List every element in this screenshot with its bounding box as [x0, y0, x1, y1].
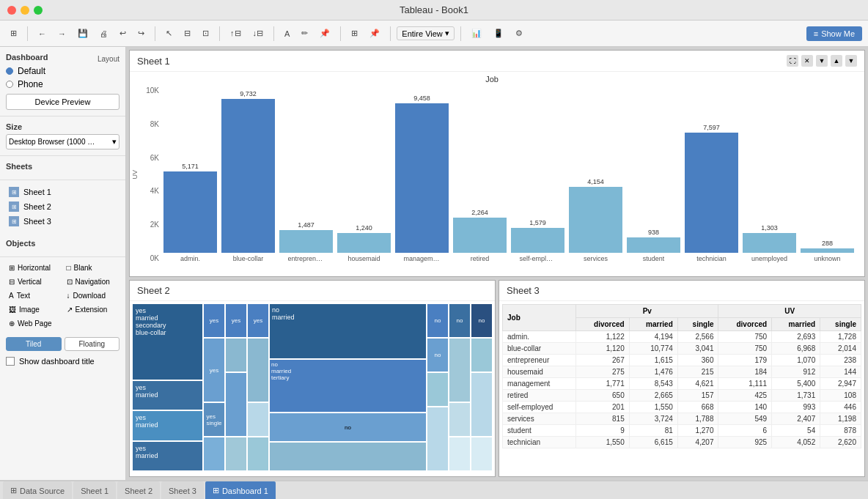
tm-cell-23[interactable] [449, 403, 470, 436]
tm-cell-16[interactable] [248, 437, 268, 470]
save-button[interactable]: 💾 [73, 26, 92, 40]
tm-cell-7[interactable]: yessingle [204, 403, 224, 436]
undo-button[interactable]: ↩ [115, 26, 130, 40]
view-button[interactable]: ⊟ [180, 26, 195, 40]
tm-cell-19[interactable] [427, 373, 448, 406]
tm-cell-8[interactable] [204, 437, 224, 470]
tm-cell-no5[interactable]: no [471, 304, 492, 337]
download-object[interactable]: ↓ Download [64, 289, 120, 302]
webpage-object[interactable]: ⊕ Web Page [6, 317, 62, 330]
bar-rect[interactable] [395, 103, 449, 253]
tab-item-sheet-2[interactable]: Sheet 2 [117, 481, 160, 499]
tm-cell-3[interactable]: yesmarried [133, 411, 202, 440]
tm-cell-15[interactable] [248, 403, 268, 436]
annotate-button[interactable]: 📌 [315, 26, 334, 40]
bar-rect[interactable] [685, 133, 738, 253]
size-dropdown[interactable]: Desktop Browser (1000 x 8... ▾ [6, 134, 119, 149]
device-button[interactable]: 📱 [489, 26, 508, 40]
vertical-object[interactable]: ⊟ Vertical [6, 276, 62, 288]
bar-rect[interactable] [221, 99, 275, 253]
tm-cell-20[interactable] [427, 407, 448, 470]
default-radio[interactable] [6, 67, 13, 75]
show-me-button[interactable]: ≡ Show Me [806, 26, 862, 41]
maximize-button[interactable] [34, 6, 43, 15]
sheet1-scroll-down[interactable]: ▼ [845, 55, 857, 67]
pin-button[interactable]: 📌 [365, 26, 384, 40]
bar-group[interactable]: 1,487entrepreneur [279, 86, 333, 262]
device-preview-button[interactable]: Device Preview [6, 94, 119, 110]
tm-cell-no3[interactable]: no [270, 413, 426, 441]
bar-rect[interactable] [627, 237, 680, 253]
sidebar-item-sheet1[interactable]: ⊞ Sheet 1 [6, 185, 119, 199]
tm-cell-no4[interactable] [270, 443, 426, 470]
sidebar-item-sheet3[interactable]: ⊞ Sheet 3 [6, 214, 119, 229]
tab-item-sheet-1[interactable]: Sheet 1 [73, 481, 116, 499]
bar-group[interactable]: 1,303unemployed [743, 86, 796, 262]
tab-item-dashboard-1[interactable]: ⊞Dashboard 1 [205, 481, 276, 499]
bar-rect[interactable] [743, 233, 796, 253]
tm-cell-no2[interactable]: nomarriedtertiary [270, 360, 426, 413]
select-button[interactable]: ↖ [161, 26, 177, 40]
tm-cell-22[interactable] [449, 339, 470, 402]
share-button[interactable]: ⚙ [511, 26, 527, 40]
tm-cell-17[interactable]: no [427, 304, 448, 337]
bar-rect[interactable] [337, 233, 391, 253]
entire-view-dropdown[interactable]: Entire View ▾ [397, 26, 454, 40]
tm-cell-9[interactable]: yes [226, 304, 246, 337]
bar-group[interactable]: 4,154services [569, 86, 622, 262]
bar-group[interactable]: 2,264retired [453, 86, 507, 262]
bar-group[interactable]: 288unknown [801, 86, 854, 262]
tooltip-button[interactable]: ✏ [297, 26, 312, 40]
floating-button[interactable]: Floating [65, 337, 120, 351]
tm-cell-1[interactable]: yesmarriedsecondaryblue-collar [133, 304, 202, 380]
sort-asc-button[interactable]: ↑⊟ [226, 26, 246, 40]
sheet1-close-button[interactable]: ✕ [801, 55, 813, 67]
bar-group[interactable]: 5,171admin. [163, 86, 217, 262]
filter-button[interactable]: ⊡ [198, 26, 213, 40]
tm-cell-25[interactable] [471, 339, 492, 372]
tm-cell-6[interactable]: yes [204, 339, 224, 402]
tm-cell-2[interactable]: yesmarried [133, 381, 202, 410]
fullscreen-button[interactable]: ⊞ [347, 26, 362, 40]
sheet1-filter-button[interactable]: ▼ [816, 55, 828, 67]
tm-cell-18[interactable]: no [427, 339, 448, 372]
bar-rect[interactable] [163, 171, 217, 253]
sort-desc-button[interactable]: ↓⊟ [249, 26, 268, 40]
navigation-object[interactable]: ⊡ Navigation [64, 276, 120, 288]
default-option[interactable]: Default [6, 64, 119, 78]
bar-group[interactable]: 9,458management [395, 86, 449, 262]
tm-cell-26[interactable] [471, 373, 492, 436]
print-button[interactable]: 🖨 [95, 27, 112, 40]
bar-rect[interactable] [511, 228, 564, 253]
layout-label[interactable]: Layout [98, 55, 119, 63]
bar-group[interactable]: 1,579self-employ... [511, 86, 564, 262]
tab-item-data-source[interactable]: ⊞Data Source [3, 481, 72, 499]
extension-object[interactable]: ↗ Extension [64, 303, 120, 316]
tm-cell-5[interactable]: yes [204, 304, 224, 337]
blank-object[interactable]: □ Blank [64, 262, 120, 274]
bar-group[interactable]: 9,732blue-collar [221, 86, 275, 262]
bar-rect[interactable] [801, 248, 854, 253]
tab-item-sheet-3[interactable]: Sheet 3 [161, 481, 204, 499]
close-button[interactable] [7, 6, 16, 15]
tiled-button[interactable]: Tiled [6, 337, 62, 351]
bar-rect[interactable] [569, 187, 622, 253]
tm-cell-13[interactable]: yes [248, 304, 268, 337]
sidebar-item-sheet2[interactable]: ⊞ Sheet 2 [6, 199, 119, 214]
back-button[interactable]: ← [34, 27, 51, 40]
bar-group[interactable]: 7,597technician [685, 86, 738, 262]
redo-button[interactable]: ↪ [133, 26, 149, 40]
tm-cell-12[interactable] [226, 437, 246, 470]
forward-button[interactable]: → [54, 27, 70, 40]
bar-rect[interactable] [279, 230, 333, 254]
chart-type-button[interactable]: 📊 [467, 26, 486, 40]
tm-cell-24[interactable] [449, 437, 470, 470]
tm-cell-11[interactable] [226, 373, 246, 436]
tm-cell-21[interactable]: no [449, 304, 470, 337]
tm-cell-27[interactable] [471, 437, 492, 470]
show-title-checkbox[interactable] [6, 357, 15, 366]
tm-cell-14[interactable] [248, 339, 268, 402]
color-button[interactable]: A [280, 27, 294, 40]
sheet1-expand-button[interactable]: ⛶ [787, 55, 798, 67]
minimize-button[interactable] [21, 6, 29, 15]
